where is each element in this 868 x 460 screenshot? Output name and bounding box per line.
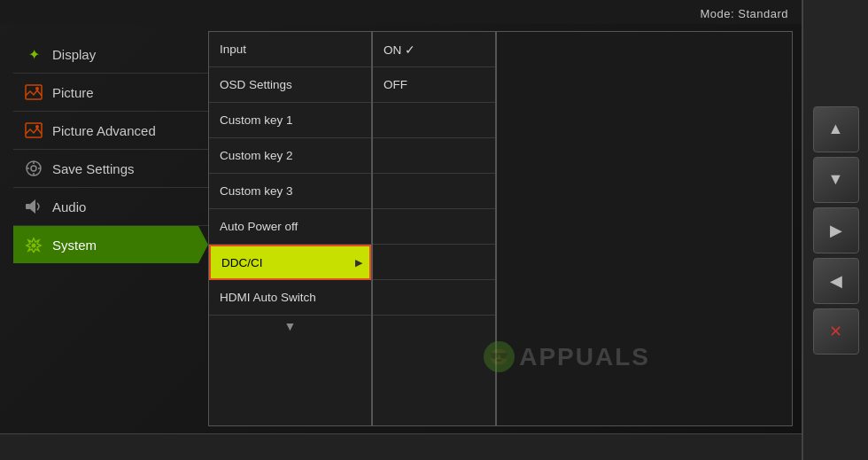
menu-item-osd-settings[interactable]: OSD Settings bbox=[209, 67, 371, 103]
nav-close-button[interactable]: ✕ bbox=[813, 308, 859, 355]
svg-point-6 bbox=[31, 166, 36, 171]
sidebar-label-picture: Picture bbox=[52, 85, 94, 100]
value-item-empty-2 bbox=[373, 138, 495, 174]
watermark-text: APPUALS bbox=[519, 343, 650, 371]
top-bar: Mode: Standard bbox=[0, 0, 868, 24]
menu-item-custom-key-2[interactable]: Custom key 2 bbox=[209, 138, 371, 174]
nav-left-icon: ◀ bbox=[830, 271, 842, 291]
menu-down-arrow: ▼ bbox=[209, 316, 371, 337]
value-item-empty-3 bbox=[373, 174, 495, 209]
menu-area: Input OSD Settings Custom key 1 Custom k… bbox=[208, 31, 793, 426]
menu-item-ddc-ci[interactable]: DDC/CI ▶ bbox=[209, 245, 371, 280]
system-icon bbox=[24, 235, 43, 254]
svg-rect-11 bbox=[26, 204, 30, 209]
value-item-empty-1 bbox=[373, 103, 495, 138]
watermark: 😎 APPUALS bbox=[484, 341, 650, 372]
display-icon: ✦ bbox=[24, 44, 43, 64]
svg-point-13 bbox=[32, 244, 36, 248]
sidebar-label-display: Display bbox=[52, 47, 96, 62]
picture-advanced-icon bbox=[24, 121, 43, 140]
menu-item-hdmi-auto-switch[interactable]: HDMI Auto Switch bbox=[209, 280, 371, 316]
nav-close-icon: ✕ bbox=[829, 322, 842, 341]
sidebar-label-audio: Audio bbox=[52, 199, 86, 214]
sidebar-item-display[interactable]: ✦ Display bbox=[13, 35, 208, 74]
nav-down-icon: ▼ bbox=[828, 170, 844, 189]
menu-item-custom-key-1[interactable]: Custom key 1 bbox=[209, 103, 371, 138]
sidebar-label-save-settings: Save Settings bbox=[52, 161, 135, 176]
nav-down-button[interactable]: ▼ bbox=[813, 157, 859, 203]
menu-item-auto-power-off[interactable]: Auto Power off bbox=[209, 209, 371, 245]
value-item-off: OFF bbox=[373, 67, 495, 103]
arrow-right-icon: ▶ bbox=[355, 257, 362, 269]
value-item-empty-5 bbox=[373, 245, 495, 280]
menu-column-3: 😎 APPUALS bbox=[496, 31, 793, 426]
svg-marker-12 bbox=[30, 199, 35, 214]
mode-label: Mode: Standard bbox=[700, 7, 788, 20]
nav-right-icon: ▶ bbox=[830, 221, 842, 240]
sidebar-item-audio[interactable]: Audio bbox=[13, 188, 208, 226]
menu-item-input[interactable]: Input bbox=[209, 32, 371, 67]
nav-left-button[interactable]: ◀ bbox=[813, 258, 859, 304]
main-area: ✦ Display Picture Picture Advanced S bbox=[0, 24, 868, 433]
svg-point-1 bbox=[35, 87, 39, 90]
value-item-empty-6 bbox=[373, 280, 495, 316]
sidebar-item-picture[interactable]: Picture bbox=[13, 74, 208, 112]
picture-icon bbox=[24, 82, 43, 102]
sidebar-item-save-settings[interactable]: Save Settings bbox=[13, 150, 208, 188]
svg-point-3 bbox=[35, 125, 39, 129]
nav-up-icon: ▲ bbox=[828, 120, 844, 138]
menu-column-2: ON ✓ OFF bbox=[372, 31, 496, 426]
sidebar-label-system: System bbox=[52, 238, 97, 253]
sidebar: ✦ Display Picture Picture Advanced S bbox=[13, 31, 208, 426]
monitor-osd-screen: Mode: Standard ✦ Display Picture Picture… bbox=[0, 0, 868, 460]
menu-item-custom-key-3[interactable]: Custom key 3 bbox=[209, 174, 371, 209]
sidebar-label-picture-advanced: Picture Advanced bbox=[52, 123, 156, 138]
value-item-empty-4 bbox=[373, 209, 495, 245]
sidebar-item-system[interactable]: System bbox=[13, 226, 208, 263]
right-nav: ▲ ▼ ▶ ◀ ✕ bbox=[802, 0, 868, 460]
audio-icon bbox=[24, 197, 43, 216]
value-item-on: ON ✓ bbox=[373, 32, 495, 67]
save-settings-icon bbox=[24, 159, 43, 178]
nav-up-button[interactable]: ▲ bbox=[813, 106, 859, 152]
taskbar bbox=[0, 433, 868, 460]
nav-right-button[interactable]: ▶ bbox=[813, 207, 859, 253]
sidebar-item-picture-advanced[interactable]: Picture Advanced bbox=[13, 112, 208, 150]
menu-column-1: Input OSD Settings Custom key 1 Custom k… bbox=[208, 31, 372, 426]
